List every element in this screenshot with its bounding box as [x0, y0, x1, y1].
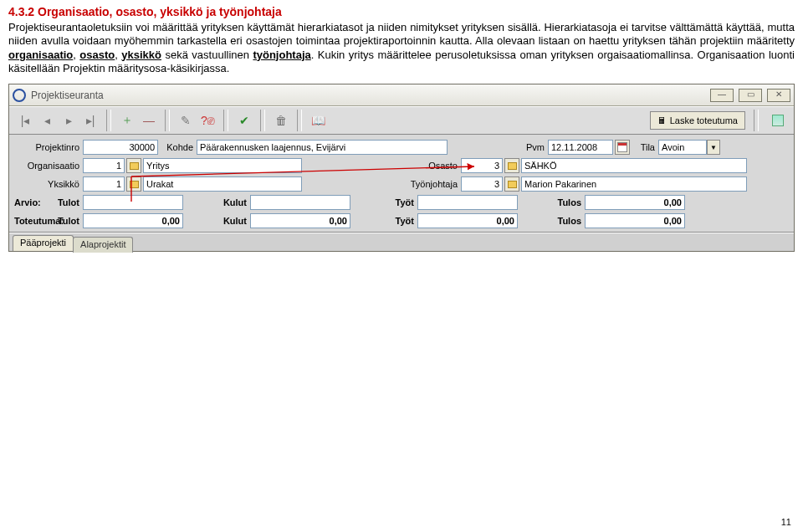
calendar-button[interactable]: [615, 140, 630, 155]
book-icon[interactable]: 📖: [308, 110, 328, 130]
lookup-button-tyonjohtaja[interactable]: [504, 176, 519, 192]
input-tyonjohtaja[interactable]: 3: [461, 176, 503, 192]
section-paragraph: Projektiseurantaoletuksiin voi määrittää…: [8, 21, 795, 75]
edit-icon[interactable]: ✎: [176, 110, 196, 130]
label-yksikko: Yksikkö: [14, 179, 83, 189]
calc-toteutuma-button[interactable]: 🖩 Laske toteutuma: [650, 111, 745, 130]
calculator-icon: 🖩: [657, 115, 667, 125]
separator: [297, 110, 302, 131]
term-osasto: osasto: [79, 49, 115, 61]
tab-alaprojektit[interactable]: Alaprojektit: [73, 237, 133, 253]
separator: [223, 110, 228, 131]
input-organisaatio[interactable]: 1: [83, 158, 125, 173]
lookup-button-osasto[interactable]: [504, 158, 519, 173]
label-tot-tulos: Tulos: [518, 216, 585, 226]
text-yksikko[interactable]: Urakat: [143, 176, 302, 192]
input-projektinro[interactable]: 30000: [83, 140, 158, 155]
input-arvio-tyot[interactable]: [417, 195, 518, 210]
nav-prev-icon[interactable]: ◂: [37, 110, 57, 130]
label-tot-tulot: Tulot: [56, 216, 83, 226]
label-organisaatio: Organisaatio: [14, 161, 83, 171]
input-tot-tulot[interactable]: 0,00: [83, 213, 183, 228]
label-arvio: Arvio:: [14, 197, 56, 207]
page-number: 11: [781, 517, 791, 527]
input-osasto[interactable]: 3: [461, 158, 503, 173]
calc-label: Laske toteutuma: [670, 115, 738, 125]
copy-icon[interactable]: [768, 110, 788, 130]
tab-bar: Pääprojekti Alaprojektit: [9, 233, 794, 251]
input-pvm[interactable]: 12.11.2008: [548, 140, 613, 155]
app-icon: [13, 89, 26, 102]
label-toteutuma: Toteutuma:: [14, 216, 56, 226]
para-text: sekä vastuullinen: [165, 49, 253, 61]
folder-icon: [508, 181, 517, 188]
label-tot-kulut: Kulut: [183, 216, 250, 226]
label-pvm: Pvm: [448, 142, 548, 152]
label-tyonjohtaja: Työnjohtaja: [302, 179, 461, 189]
input-arvio-kulut[interactable]: [250, 195, 350, 210]
nav-first-icon[interactable]: |◂: [15, 110, 35, 130]
help-icon[interactable]: ?⎚: [197, 110, 217, 130]
minimize-button[interactable]: —: [710, 89, 734, 102]
separator: [106, 110, 111, 131]
term-yksikko: yksikkö: [121, 49, 161, 61]
folder-icon: [508, 162, 517, 170]
window-titlebar: Projektiseuranta — ▭ ✕: [9, 84, 794, 106]
separator: [754, 110, 759, 131]
delete-icon[interactable]: 🗑: [271, 110, 291, 130]
text-organisaatio[interactable]: Yritys: [143, 158, 302, 173]
toolbar: |◂ ◂ ▸ ▸| ＋ — ✎ ?⎚ ✔ 🗑 📖 🖩 Laske toteutu…: [9, 106, 794, 135]
label-tila: Tila: [630, 142, 658, 152]
input-tot-tulos[interactable]: 0,00: [585, 213, 685, 228]
maximize-button[interactable]: ▭: [739, 89, 762, 102]
label-arvio-tulot: Tulot: [56, 197, 83, 207]
text-osasto[interactable]: SÄHKÖ: [521, 158, 747, 173]
label-kohde: Kohde: [158, 142, 197, 152]
label-projektinro: Projektinro: [14, 142, 83, 152]
separator: [260, 110, 265, 131]
remove-icon[interactable]: —: [139, 110, 159, 130]
window-title: Projektiseuranta: [31, 90, 104, 101]
label-arvio-tyot: Työt: [350, 197, 417, 207]
confirm-icon[interactable]: ✔: [234, 110, 254, 130]
input-kohde[interactable]: Päärakennusken laajennus, Evijärvi: [197, 140, 448, 155]
tila-dropdown-button[interactable]: ▼: [707, 140, 720, 155]
label-arvio-tulos: Tulos: [518, 197, 585, 207]
label-tot-tyot: Työt: [350, 216, 417, 226]
nav-next-icon[interactable]: ▸: [59, 110, 79, 130]
input-tot-kulut[interactable]: 0,00: [250, 213, 350, 228]
folder-icon: [130, 181, 139, 188]
section-heading: 4.3.2 Organisaatio, osasto, yksikkö ja t…: [8, 5, 795, 18]
label-osasto: Osasto: [302, 161, 461, 171]
close-button[interactable]: ✕: [767, 89, 790, 102]
separator: [165, 110, 170, 131]
tab-paaprojekti[interactable]: Pääprojekti: [13, 235, 74, 251]
term-tyonjohtaja: työnjohtaja: [253, 49, 310, 61]
input-arvio-tulos[interactable]: 0,00: [585, 195, 685, 210]
lookup-button-organisaatio[interactable]: [126, 158, 141, 173]
input-tila[interactable]: Avoin: [658, 140, 707, 155]
app-window: Projektiseuranta — ▭ ✕ |◂ ◂ ▸ ▸| ＋ — ✎ ?…: [8, 84, 795, 252]
calendar-icon: [617, 142, 627, 152]
input-arvio-tulot[interactable]: [83, 195, 183, 210]
lookup-button-yksikko[interactable]: [126, 176, 141, 192]
add-icon[interactable]: ＋: [117, 110, 137, 130]
text-tyonjohtaja[interactable]: Marion Pakarinen: [521, 176, 747, 192]
nav-last-icon[interactable]: ▸|: [80, 110, 100, 130]
folder-icon: [130, 162, 139, 170]
input-yksikko[interactable]: 1: [83, 176, 125, 192]
input-tot-tyot[interactable]: 0,00: [417, 213, 518, 228]
para-text: Projektiseurantaoletuksiin voi määrittää…: [8, 21, 795, 47]
form-area: Projektinro 30000 Kohde Päärakennusken l…: [9, 135, 794, 233]
label-arvio-kulut: Kulut: [183, 197, 250, 207]
term-organisaatio: organisaatio: [8, 49, 73, 61]
